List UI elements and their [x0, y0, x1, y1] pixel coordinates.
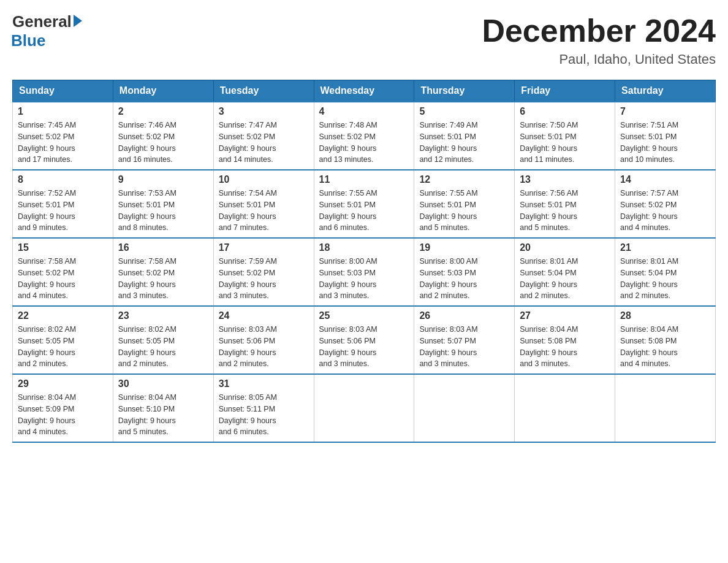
calendar-cell: 4 Sunrise: 7:48 AM Sunset: 5:02 PM Dayli…: [314, 102, 414, 170]
day-info: Sunrise: 8:04 AM Sunset: 5:08 PM Dayligh…: [620, 324, 710, 370]
day-info: Sunrise: 7:55 AM Sunset: 5:01 PM Dayligh…: [319, 188, 409, 234]
calendar-week-4: 22 Sunrise: 8:02 AM Sunset: 5:05 PM Dayl…: [13, 306, 716, 374]
day-info: Sunrise: 7:56 AM Sunset: 5:01 PM Dayligh…: [520, 188, 610, 234]
calendar-cell: [515, 374, 615, 442]
logo-arrow-icon: [74, 15, 82, 27]
calendar-table: Sunday Monday Tuesday Wednesday Thursday…: [12, 80, 716, 443]
header-row: Sunday Monday Tuesday Wednesday Thursday…: [13, 80, 716, 102]
day-number: 6: [520, 106, 610, 117]
page-header: General Blue December 2024 Paul, Idaho, …: [12, 12, 716, 67]
calendar-cell: 5 Sunrise: 7:49 AM Sunset: 5:01 PM Dayli…: [414, 102, 515, 170]
day-number: 15: [18, 242, 108, 253]
calendar-cell: 27 Sunrise: 8:04 AM Sunset: 5:08 PM Dayl…: [515, 306, 615, 374]
day-number: 9: [118, 174, 208, 185]
day-info: Sunrise: 8:04 AM Sunset: 5:08 PM Dayligh…: [520, 324, 610, 370]
month-title: December 2024: [482, 12, 716, 49]
calendar-cell: 22 Sunrise: 8:02 AM Sunset: 5:05 PM Dayl…: [13, 306, 113, 374]
day-number: 26: [419, 310, 509, 321]
day-number: 10: [219, 174, 309, 185]
day-number: 18: [319, 242, 409, 253]
day-info: Sunrise: 7:47 AM Sunset: 5:02 PM Dayligh…: [219, 120, 309, 166]
day-info: Sunrise: 7:55 AM Sunset: 5:01 PM Dayligh…: [419, 188, 509, 234]
day-info: Sunrise: 8:01 AM Sunset: 5:04 PM Dayligh…: [520, 256, 610, 302]
calendar-week-5: 29 Sunrise: 8:04 AM Sunset: 5:09 PM Dayl…: [13, 374, 716, 442]
day-info: Sunrise: 8:02 AM Sunset: 5:05 PM Dayligh…: [18, 324, 108, 370]
day-info: Sunrise: 7:51 AM Sunset: 5:01 PM Dayligh…: [620, 120, 710, 166]
day-number: 21: [620, 242, 710, 253]
calendar-cell: 6 Sunrise: 7:50 AM Sunset: 5:01 PM Dayli…: [515, 102, 615, 170]
day-info: Sunrise: 7:49 AM Sunset: 5:01 PM Dayligh…: [419, 120, 509, 166]
calendar-cell: 3 Sunrise: 7:47 AM Sunset: 5:02 PM Dayli…: [213, 102, 314, 170]
day-number: 11: [319, 174, 409, 185]
day-info: Sunrise: 8:00 AM Sunset: 5:03 PM Dayligh…: [419, 256, 509, 302]
day-info: Sunrise: 8:02 AM Sunset: 5:05 PM Dayligh…: [118, 324, 208, 370]
col-tuesday: Tuesday: [213, 80, 314, 102]
day-number: 30: [118, 378, 208, 389]
calendar-cell: 25 Sunrise: 8:03 AM Sunset: 5:06 PM Dayl…: [314, 306, 414, 374]
day-number: 17: [219, 242, 309, 253]
calendar-cell: 2 Sunrise: 7:46 AM Sunset: 5:02 PM Dayli…: [113, 102, 213, 170]
calendar-cell: 12 Sunrise: 7:55 AM Sunset: 5:01 PM Dayl…: [414, 170, 515, 238]
calendar-cell: 9 Sunrise: 7:53 AM Sunset: 5:01 PM Dayli…: [113, 170, 213, 238]
day-number: 2: [118, 106, 208, 117]
day-info: Sunrise: 7:52 AM Sunset: 5:01 PM Dayligh…: [18, 188, 108, 234]
day-info: Sunrise: 8:00 AM Sunset: 5:03 PM Dayligh…: [319, 256, 409, 302]
calendar-cell: 24 Sunrise: 8:03 AM Sunset: 5:06 PM Dayl…: [213, 306, 314, 374]
calendar-week-2: 8 Sunrise: 7:52 AM Sunset: 5:01 PM Dayli…: [13, 170, 716, 238]
day-info: Sunrise: 8:03 AM Sunset: 5:06 PM Dayligh…: [319, 324, 409, 370]
day-number: 23: [118, 310, 208, 321]
day-number: 25: [319, 310, 409, 321]
day-number: 20: [520, 242, 610, 253]
calendar-cell: 11 Sunrise: 7:55 AM Sunset: 5:01 PM Dayl…: [314, 170, 414, 238]
day-info: Sunrise: 7:57 AM Sunset: 5:02 PM Dayligh…: [620, 188, 710, 234]
day-number: 24: [219, 310, 309, 321]
calendar-cell: 13 Sunrise: 7:56 AM Sunset: 5:01 PM Dayl…: [515, 170, 615, 238]
day-info: Sunrise: 7:58 AM Sunset: 5:02 PM Dayligh…: [118, 256, 208, 302]
day-number: 27: [520, 310, 610, 321]
calendar-cell: [615, 374, 716, 442]
calendar-cell: 20 Sunrise: 8:01 AM Sunset: 5:04 PM Dayl…: [515, 238, 615, 306]
day-info: Sunrise: 8:03 AM Sunset: 5:06 PM Dayligh…: [219, 324, 309, 370]
day-info: Sunrise: 7:53 AM Sunset: 5:01 PM Dayligh…: [118, 188, 208, 234]
day-number: 29: [18, 378, 108, 389]
day-info: Sunrise: 8:04 AM Sunset: 5:09 PM Dayligh…: [18, 392, 108, 438]
day-info: Sunrise: 8:04 AM Sunset: 5:10 PM Dayligh…: [118, 392, 208, 438]
day-number: 28: [620, 310, 710, 321]
day-info: Sunrise: 7:59 AM Sunset: 5:02 PM Dayligh…: [219, 256, 309, 302]
calendar-header: Sunday Monday Tuesday Wednesday Thursday…: [13, 80, 716, 102]
calendar-cell: 29 Sunrise: 8:04 AM Sunset: 5:09 PM Dayl…: [13, 374, 113, 442]
day-number: 16: [118, 242, 208, 253]
day-info: Sunrise: 7:50 AM Sunset: 5:01 PM Dayligh…: [520, 120, 610, 166]
calendar-cell: [414, 374, 515, 442]
day-info: Sunrise: 7:48 AM Sunset: 5:02 PM Dayligh…: [319, 120, 409, 166]
calendar-cell: 23 Sunrise: 8:02 AM Sunset: 5:05 PM Dayl…: [113, 306, 213, 374]
calendar-week-3: 15 Sunrise: 7:58 AM Sunset: 5:02 PM Dayl…: [13, 238, 716, 306]
title-block: December 2024 Paul, Idaho, United States: [482, 12, 716, 67]
calendar-cell: 28 Sunrise: 8:04 AM Sunset: 5:08 PM Dayl…: [615, 306, 716, 374]
calendar-cell: 1 Sunrise: 7:45 AM Sunset: 5:02 PM Dayli…: [13, 102, 113, 170]
day-info: Sunrise: 7:45 AM Sunset: 5:02 PM Dayligh…: [18, 120, 108, 166]
day-info: Sunrise: 7:46 AM Sunset: 5:02 PM Dayligh…: [118, 120, 208, 166]
day-number: 3: [219, 106, 309, 117]
day-number: 14: [620, 174, 710, 185]
calendar-cell: 26 Sunrise: 8:03 AM Sunset: 5:07 PM Dayl…: [414, 306, 515, 374]
logo-blue-text: Blue: [11, 31, 45, 50]
calendar-cell: 8 Sunrise: 7:52 AM Sunset: 5:01 PM Dayli…: [13, 170, 113, 238]
calendar-cell: 21 Sunrise: 8:01 AM Sunset: 5:04 PM Dayl…: [615, 238, 716, 306]
calendar-cell: 10 Sunrise: 7:54 AM Sunset: 5:01 PM Dayl…: [213, 170, 314, 238]
col-sunday: Sunday: [13, 80, 113, 102]
day-info: Sunrise: 7:58 AM Sunset: 5:02 PM Dayligh…: [18, 256, 108, 302]
day-number: 4: [319, 106, 409, 117]
day-info: Sunrise: 7:54 AM Sunset: 5:01 PM Dayligh…: [219, 188, 309, 234]
calendar-cell: 31 Sunrise: 8:05 AM Sunset: 5:11 PM Dayl…: [213, 374, 314, 442]
day-number: 22: [18, 310, 108, 321]
col-saturday: Saturday: [615, 80, 716, 102]
calendar-cell: 19 Sunrise: 8:00 AM Sunset: 5:03 PM Dayl…: [414, 238, 515, 306]
calendar-cell: 15 Sunrise: 7:58 AM Sunset: 5:02 PM Dayl…: [13, 238, 113, 306]
logo: General Blue: [12, 12, 82, 50]
day-info: Sunrise: 8:01 AM Sunset: 5:04 PM Dayligh…: [620, 256, 710, 302]
day-number: 13: [520, 174, 610, 185]
calendar-cell: 30 Sunrise: 8:04 AM Sunset: 5:10 PM Dayl…: [113, 374, 213, 442]
calendar-cell: [314, 374, 414, 442]
calendar-cell: 16 Sunrise: 7:58 AM Sunset: 5:02 PM Dayl…: [113, 238, 213, 306]
